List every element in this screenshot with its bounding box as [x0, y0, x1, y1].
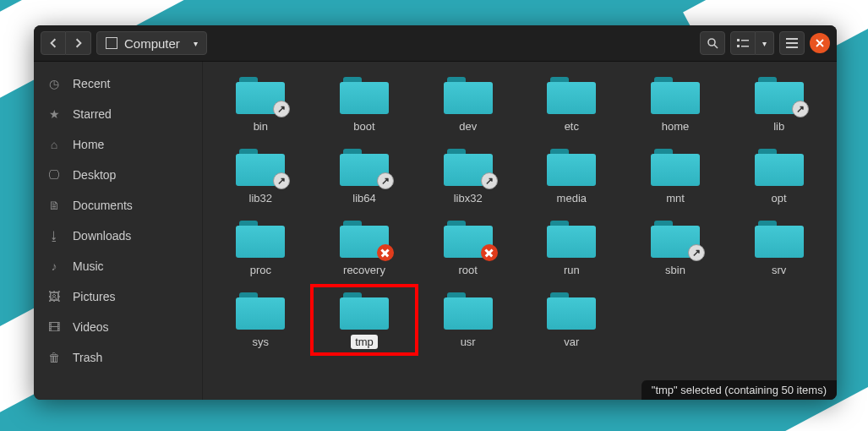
folder-icon: ↗: [340, 149, 389, 186]
nav-group: [41, 31, 91, 55]
folder-dev[interactable]: dev: [418, 74, 517, 134]
sidebar-item-label: Starred: [73, 107, 112, 121]
search-icon: [707, 37, 718, 49]
videos-icon: 🎞: [47, 320, 61, 334]
hamburger-menu-button[interactable]: [779, 31, 805, 55]
back-button[interactable]: [41, 31, 66, 55]
folder-run[interactable]: run: [522, 217, 621, 277]
folder-var[interactable]: var: [522, 289, 621, 349]
sidebar-item-desktop[interactable]: 🖵Desktop: [34, 160, 202, 190]
folder-sbin[interactable]: ↗sbin: [626, 217, 725, 277]
folder-label: home: [658, 119, 694, 134]
folder-usr[interactable]: usr: [418, 289, 517, 349]
sidebar-item-home[interactable]: ⌂Home: [34, 129, 202, 160]
folder-tmp[interactable]: tmp: [315, 289, 414, 349]
sidebar-item-trash[interactable]: 🗑Trash: [34, 342, 202, 373]
folder-icon: [547, 292, 596, 330]
folder-label: media: [553, 191, 591, 205]
folder-recovery[interactable]: recovery: [315, 217, 414, 277]
folder-label: srv: [767, 263, 790, 277]
folder-label: mnt: [662, 191, 689, 205]
sidebar-item-label: Downloads: [73, 229, 131, 243]
folder-label: root: [454, 263, 481, 277]
view-group: ▾: [730, 31, 774, 55]
status-bar: "tmp" selected (containing 50 items): [641, 380, 837, 400]
unreadable-emblem-icon: [481, 244, 498, 261]
folder-mnt[interactable]: mnt: [626, 145, 725, 205]
folder-label: boot: [349, 119, 379, 134]
folder-srv[interactable]: srv: [729, 217, 828, 277]
folder-home[interactable]: home: [626, 74, 725, 134]
folder-label: etc: [560, 119, 583, 134]
folder-icon: [236, 221, 285, 258]
svg-rect-5: [741, 46, 749, 47]
folder-icon: [547, 149, 596, 186]
folder-media[interactable]: media: [522, 145, 621, 205]
path-button[interactable]: Computer ▾: [96, 31, 207, 55]
search-button[interactable]: [700, 31, 725, 55]
sidebar-item-label: Pictures: [73, 290, 116, 303]
forward-button[interactable]: [66, 31, 91, 55]
folder-icon: [444, 221, 493, 258]
chevron-down-icon: ▾: [194, 39, 198, 48]
clock-icon: ◷: [47, 77, 61, 90]
folder-bin[interactable]: ↗bin: [211, 74, 310, 134]
folder-boot[interactable]: boot: [315, 74, 414, 134]
svg-point-0: [708, 39, 715, 46]
status-text: "tmp" selected (containing 50 items): [652, 384, 827, 396]
sidebar-item-label: Desktop: [73, 168, 116, 182]
folder-icon: [651, 77, 700, 114]
folder-label: lib64: [348, 191, 379, 205]
folder-label: bin: [249, 119, 272, 134]
folder-libx32[interactable]: ↗libx32: [418, 145, 517, 205]
folder-icon: [755, 149, 804, 186]
close-icon: [816, 39, 824, 47]
folder-label: tmp: [351, 335, 378, 349]
folder-sys[interactable]: sys: [211, 289, 310, 349]
folder-icon: [755, 221, 804, 258]
folder-proc[interactable]: proc: [211, 217, 310, 277]
folder-root[interactable]: root: [418, 217, 517, 277]
folder-label: opt: [767, 191, 791, 205]
sidebar-item-pictures[interactable]: 🖼Pictures: [34, 281, 202, 312]
folder-icon: ↗: [755, 77, 804, 114]
star-icon: ★: [47, 107, 61, 121]
sidebar-item-documents[interactable]: 🗎Documents: [34, 190, 202, 221]
folder-label: run: [560, 263, 584, 277]
pictures-icon: 🖼: [47, 290, 61, 303]
music-icon: ♪: [47, 259, 61, 273]
sidebar-item-recent[interactable]: ◷Recent: [34, 68, 202, 99]
folder-icon: ↗: [651, 221, 700, 258]
folder-label: proc: [246, 263, 276, 277]
sidebar-item-downloads[interactable]: ⭳Downloads: [34, 221, 202, 251]
sidebar-item-music[interactable]: ♪Music: [34, 251, 202, 281]
view-options-button[interactable]: ▾: [756, 31, 774, 55]
symlink-emblem-icon: ↗: [688, 244, 705, 261]
sidebar-item-label: Recent: [73, 77, 110, 90]
folder-label: sys: [248, 335, 274, 349]
folder-icon: [444, 77, 493, 114]
folder-lib32[interactable]: ↗lib32: [211, 145, 310, 205]
sidebar-item-starred[interactable]: ★Starred: [34, 99, 202, 129]
chevron-right-icon: [74, 38, 84, 48]
folder-icon: [651, 149, 700, 186]
folder-lib[interactable]: ↗lib: [729, 74, 828, 134]
symlink-emblem-icon: ↗: [273, 172, 290, 189]
view-toggle-button[interactable]: [730, 31, 756, 55]
folder-etc[interactable]: etc: [522, 74, 621, 134]
path-label: Computer: [124, 36, 180, 51]
icon-grid: ↗binbootdevetchome↗lib↗lib32↗lib64↗libx3…: [211, 74, 828, 349]
computer-icon: [106, 37, 117, 49]
content-area[interactable]: ↗binbootdevetchome↗lib↗lib32↗lib64↗libx3…: [203, 62, 837, 400]
folder-opt[interactable]: opt: [729, 145, 828, 205]
close-button[interactable]: [810, 33, 830, 53]
sidebar-item-videos[interactable]: 🎞Videos: [34, 312, 202, 342]
hamburger-icon: [786, 38, 798, 48]
svg-rect-8: [786, 46, 798, 48]
folder-icon: [340, 77, 389, 114]
sidebar-item-label: Home: [73, 138, 104, 151]
folder-lib64[interactable]: ↗lib64: [315, 145, 414, 205]
folder-label: var: [560, 335, 583, 349]
symlink-emblem-icon: ↗: [377, 172, 394, 189]
sidebar-item-label: Trash: [73, 351, 102, 364]
